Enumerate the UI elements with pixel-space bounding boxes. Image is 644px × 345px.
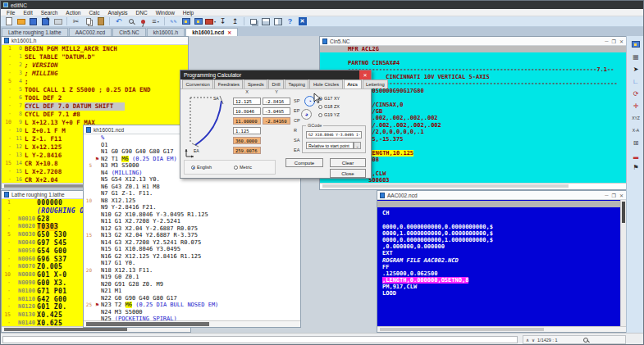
code-line[interactable]: .125000,0.062500 — [377, 268, 626, 275]
gcode-mode-select[interactable]: Relative to start point — [306, 142, 354, 149]
units-radio-english[interactable]: English — [191, 165, 212, 170]
close-icon[interactable]: ✕ — [359, 70, 371, 79]
aac002-editor[interactable]: CH 0000,0.0000000000,0.0000000000,$0000,… — [377, 200, 626, 328]
send-file-icon[interactable]: ↥ — [230, 16, 240, 26]
code-line[interactable]: 0000,0.0000000000,1.0000000000,$ — [377, 234, 626, 241]
kh16001ncd-h-scrollbar[interactable] — [84, 320, 300, 327]
window-aac002-titlebar[interactable]: AAC002.ncd ─ ❐ ✕ — [377, 191, 626, 200]
calc-tab-tapping[interactable]: Tapping — [285, 79, 308, 89]
receive-file-icon[interactable]: ↧ — [217, 16, 228, 26]
code-line[interactable]: ,0.000000,0.000000 — [377, 241, 626, 247]
marker-icon[interactable]: ▂ — [629, 149, 642, 161]
arc-ccw-button[interactable]: ◕ — [301, 109, 312, 120]
code-line[interactable] — [377, 201, 626, 207]
menu-help[interactable]: Help — [179, 9, 198, 16]
protocol-icon[interactable]: ▾ — [205, 16, 216, 26]
code-line[interactable]: PM,917,CLW — [377, 281, 626, 288]
cut-icon[interactable]: ✂ — [71, 16, 81, 26]
window-cin5-titlebar[interactable]: Cin5.NC ─ ❐ ✕ — [320, 37, 626, 46]
code-line[interactable]: N21 M1 — [84, 288, 300, 295]
line-up-button[interactable]: ∧ — [526, 338, 529, 343]
code-line[interactable]: ,LENGTH,0.000000,OSETNO,8 — [377, 275, 626, 281]
copy-icon[interactable] — [83, 16, 94, 26]
close-button[interactable]: Close — [330, 169, 366, 178]
xyz-readout-icon[interactable]: XYZ — [629, 112, 642, 124]
tab-lathe-roughing-1.lathe[interactable]: Lathe roughing 1.lathe — [2, 28, 68, 36]
calculator-titlebar[interactable]: Programming Calculator ✕ — [180, 70, 371, 79]
macro-list-icon[interactable]: ≡▾ — [150, 16, 161, 26]
code-line[interactable]: N20 G91 G28 Z0. M9 — [84, 281, 300, 288]
backplot-icon[interactable] — [180, 16, 191, 26]
r-x-field[interactable]: 1.125 — [233, 127, 261, 134]
code-line[interactable]: N15 G1 X10.8046 Y3.0495 — [84, 246, 300, 253]
title-bar[interactable]: editNC — [1, 1, 644, 9]
code-line[interactable]: ·2; VERSION — [2, 61, 188, 70]
code-line[interactable]: N19 G0 Z0.1 — [84, 274, 300, 281]
scrollbar-thumb[interactable] — [380, 328, 544, 331]
scrollbar-thumb[interactable] — [86, 322, 209, 326]
code-line[interactable]: N22 G0 G90 G40 G80 G17 — [84, 295, 300, 302]
maximize-icon[interactable]: ❐ — [612, 193, 616, 198]
code-line[interactable]: N9 Y-2.8416 F21. — [84, 204, 300, 211]
code-line[interactable]: ·6TOOL DEF 2 — [2, 94, 188, 102]
scrollbar-thumb[interactable] — [622, 202, 625, 223]
minimize-icon[interactable]: ─ — [605, 193, 608, 197]
calc-tab-speeds[interactable]: Speeds — [244, 79, 267, 89]
aac002-h-scrollbar[interactable] — [377, 326, 626, 332]
close-icon[interactable]: ✕ — [619, 193, 623, 198]
cin5-h-scrollbar[interactable] — [320, 183, 626, 189]
bookmark-icon[interactable]: ⚑ — [94, 302, 101, 309]
menu-action[interactable]: Action — [62, 9, 84, 16]
code-line[interactable]: ·5TOOL CALL 1 Z S5000 ; 0.25 DIA END — [2, 86, 188, 94]
sp-y-field[interactable]: -2.8416 — [263, 98, 290, 105]
cp-x-field[interactable]: 11.00000 — [233, 117, 261, 125]
scrollbar-thumb[interactable] — [4, 328, 127, 331]
units-radio-metric[interactable]: Metric — [234, 165, 252, 170]
line-down-button[interactable]: ∨ — [532, 338, 535, 343]
undo-icon[interactable]: ↶ — [113, 16, 124, 26]
tab-cin5.nc[interactable]: Cin5.NC — [112, 28, 146, 36]
paste-icon[interactable] — [95, 16, 106, 26]
aac002-v-scrollbar[interactable] — [620, 200, 626, 328]
pointer-icon[interactable]: ➤ — [629, 63, 642, 75]
code-line[interactable]: PARTNO CIN5AX#4 — [320, 60, 626, 66]
sp-x-field[interactable]: 12.125 — [233, 98, 261, 105]
compare-icon[interactable]: ✎✎ — [168, 16, 179, 26]
maximize-icon[interactable]: ❐ — [612, 39, 616, 44]
calc-tab-feedrates[interactable]: Feedrates — [214, 79, 243, 89]
pin-icon[interactable] — [138, 16, 148, 26]
open-icon[interactable] — [16, 16, 26, 26]
menu-dnc[interactable]: DNC — [132, 9, 152, 16]
target-icon[interactable]: ✛ — [629, 100, 642, 111]
calc-tab-arcs[interactable]: Arcs — [344, 79, 362, 89]
ep-x-field[interactable]: 10.8046 — [233, 107, 261, 115]
dnc-send-icon[interactable] — [193, 16, 203, 26]
minimize-icon[interactable]: ─ — [605, 39, 608, 43]
code-line[interactable]: N14 G3 X2.7208 Y2.5241 R0.075 — [84, 239, 300, 247]
code-line[interactable]: CH — [377, 207, 626, 214]
bookmark-icon[interactable]: ⚑ — [94, 156, 101, 163]
menu-file[interactable]: File — [2, 9, 19, 16]
code-line[interactable] — [377, 214, 626, 220]
tab-aac002.ncd[interactable]: AAC002.ncd — [69, 28, 112, 36]
tab-kh16001.h[interactable]: kh16001.h — [147, 28, 185, 36]
code-line[interactable]: ·8CYCL DEF 7.1 #8 — [2, 111, 188, 119]
code-line[interactable]: N17 G1 Y0. — [84, 260, 300, 267]
machine-tool-icon[interactable] — [629, 39, 642, 50]
magnifier-icon[interactable] — [583, 338, 588, 343]
sa-x-field[interactable]: 360.0000 — [233, 137, 261, 144]
scrollbar-thumb[interactable] — [322, 184, 569, 188]
code-line[interactable]: N12 G3 X2.04 Y-2.6887 R0.075 — [84, 225, 300, 233]
chevron-down-icon[interactable]: ⌄ — [354, 142, 361, 149]
menu-calc[interactable]: Calc — [84, 9, 103, 16]
axis-map-icon[interactable]: X-A — [629, 125, 642, 136]
code-line[interactable]: N10 G2 X10.8046 Y-3.0495 R1.125 — [84, 211, 300, 219]
code-line[interactable]: N16 G2 X12.125 Y2.8416 R1.125 — [84, 253, 300, 261]
code-line[interactable]: MFR ACL2G — [320, 46, 626, 52]
tab-kh16001.ncd[interactable]: kh16001.ncd✕ — [185, 28, 238, 36]
code-line[interactable]: 0000,1.0000000000,0.0000000000,$ — [377, 228, 626, 234]
exit-icon[interactable]: ✕ — [297, 16, 308, 26]
code-line[interactable]: 10BEGIN PGM MILL2_ARCR INCH — [2, 45, 188, 53]
axes-icon[interactable]: ∟ — [629, 75, 642, 87]
calc-tab-hole-circles[interactable]: Hole Circles — [309, 79, 342, 89]
